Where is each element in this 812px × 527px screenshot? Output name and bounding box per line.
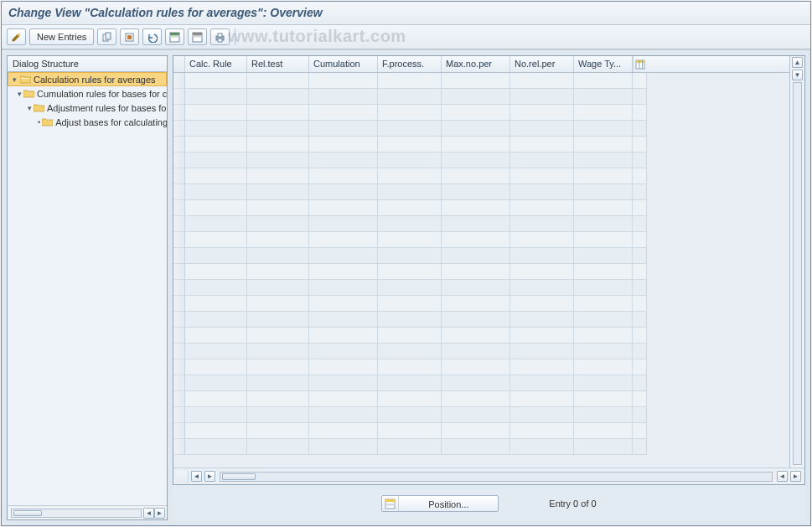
select-all-button[interactable] (165, 28, 184, 45)
cell[interactable] (510, 296, 574, 312)
cell[interactable] (574, 232, 633, 248)
column-header[interactable]: Wage Ty... (574, 56, 633, 72)
cell[interactable] (378, 423, 442, 439)
cell[interactable] (510, 328, 574, 344)
cell[interactable] (378, 312, 442, 328)
cell[interactable] (185, 248, 247, 264)
cell[interactable] (574, 312, 633, 328)
cell[interactable] (247, 407, 309, 423)
scroll-track[interactable] (11, 509, 142, 518)
table-row[interactable] (173, 359, 789, 375)
sidebar-horizontal-scrollbar[interactable]: ◄ ► (8, 505, 167, 519)
cell[interactable] (309, 200, 378, 216)
cell[interactable] (442, 296, 510, 312)
cell[interactable] (378, 344, 442, 359)
cell[interactable] (247, 73, 309, 89)
cell[interactable] (247, 280, 309, 296)
row-selector[interactable] (173, 407, 185, 423)
cell[interactable] (442, 168, 510, 184)
cell[interactable] (309, 264, 378, 280)
cell[interactable] (510, 280, 574, 296)
cell[interactable] (442, 280, 510, 296)
column-header[interactable]: F.process. (378, 56, 442, 72)
cell[interactable] (247, 312, 309, 328)
cell[interactable] (378, 137, 442, 152)
table-row[interactable] (173, 264, 789, 280)
cell[interactable] (442, 89, 510, 105)
cell[interactable] (247, 137, 309, 152)
cell[interactable] (510, 312, 574, 328)
cell[interactable] (574, 184, 633, 200)
table-row[interactable] (173, 73, 789, 89)
cell[interactable] (247, 89, 309, 105)
row-selector[interactable] (173, 423, 185, 439)
cell[interactable] (510, 375, 574, 391)
scroll-thumb[interactable] (222, 473, 256, 480)
tree-item-adjust-bases[interactable]: • Adjust bases for calculating average v… (8, 115, 167, 129)
table-row[interactable] (173, 89, 789, 105)
grid-horizontal-scrollbar[interactable]: ◄ ► ◄ ► (173, 468, 804, 484)
cell[interactable] (442, 248, 510, 264)
cell[interactable] (442, 121, 510, 137)
cell[interactable] (309, 105, 378, 121)
expand-icon[interactable]: ▾ (18, 90, 22, 98)
cell[interactable] (378, 89, 442, 105)
row-selector[interactable] (173, 312, 185, 328)
cell[interactable] (510, 152, 574, 168)
position-button[interactable]: Position... (381, 495, 499, 512)
cell[interactable] (442, 375, 510, 391)
cell[interactable] (378, 216, 442, 232)
table-row[interactable] (173, 232, 789, 248)
cell[interactable] (378, 264, 442, 280)
cell[interactable] (574, 137, 633, 152)
cell[interactable] (378, 375, 442, 391)
dialog-structure-tree[interactable]: ▾ Calculation rules for averages ▾ Cumul… (8, 72, 167, 505)
cell[interactable] (510, 73, 574, 89)
table-row[interactable] (173, 105, 789, 121)
cell[interactable] (442, 423, 510, 439)
cell[interactable] (510, 423, 574, 439)
column-header[interactable]: Max.no.per (442, 56, 510, 72)
cell[interactable] (309, 121, 378, 137)
cell[interactable] (309, 375, 378, 391)
cell[interactable] (510, 248, 574, 264)
cell[interactable] (378, 248, 442, 264)
cell[interactable] (309, 328, 378, 344)
cell[interactable] (247, 121, 309, 137)
table-row[interactable] (173, 152, 789, 168)
scroll-track[interactable] (793, 82, 802, 465)
cell[interactable] (442, 312, 510, 328)
row-selector-header[interactable] (173, 56, 185, 72)
cell[interactable] (510, 264, 574, 280)
cell[interactable] (247, 264, 309, 280)
cell[interactable] (574, 152, 633, 168)
cell[interactable] (247, 344, 309, 359)
cell[interactable] (442, 264, 510, 280)
column-header[interactable]: Rel.test (247, 56, 309, 72)
row-selector[interactable] (173, 121, 185, 137)
cell[interactable] (510, 344, 574, 359)
cell[interactable] (378, 184, 442, 200)
cell[interactable] (574, 73, 633, 89)
column-header[interactable]: Calc. Rule (185, 56, 247, 72)
cell[interactable] (378, 439, 442, 455)
cell[interactable] (510, 89, 574, 105)
row-selector[interactable] (173, 375, 185, 391)
cell[interactable] (185, 296, 247, 312)
scroll-down-button[interactable]: ▼ (792, 70, 803, 80)
cell[interactable] (378, 105, 442, 121)
cell[interactable] (510, 407, 574, 423)
row-selector[interactable] (173, 248, 185, 264)
cell[interactable] (185, 152, 247, 168)
cell[interactable] (510, 168, 574, 184)
cell[interactable] (185, 359, 247, 375)
cell[interactable] (510, 232, 574, 248)
cell[interactable] (185, 216, 247, 232)
scroll-left-end-button[interactable]: ◄ (777, 471, 788, 482)
cell[interactable] (378, 328, 442, 344)
cell[interactable] (378, 232, 442, 248)
delete-button[interactable] (120, 28, 139, 45)
cell[interactable] (185, 439, 247, 455)
new-entries-button[interactable]: New Entries (29, 28, 94, 45)
cell[interactable] (309, 232, 378, 248)
